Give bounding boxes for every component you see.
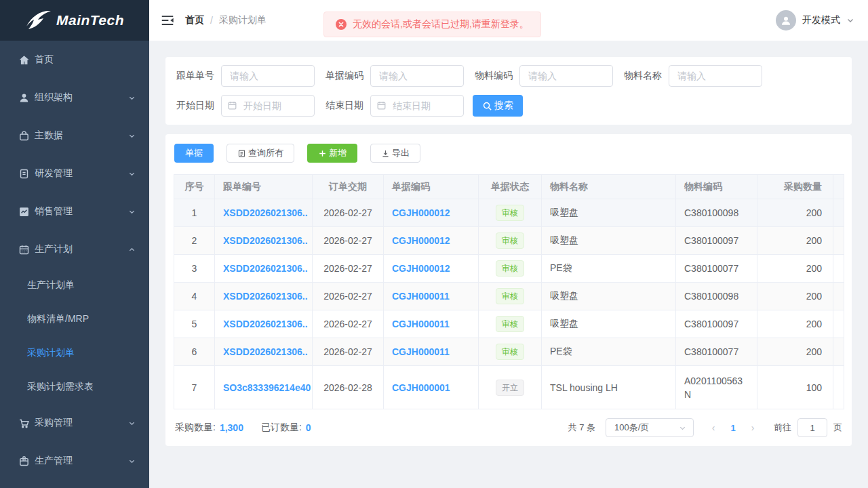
ordered-qty-value: 0 <box>306 422 311 433</box>
status-badge: 审核 <box>496 344 524 360</box>
table-footer: 采购数量: 1,300 已订数量: 0 共 7 条 100条/页 ‹ <box>174 409 844 446</box>
prev-page-icon[interactable]: ‹ <box>703 422 724 433</box>
sidebar-fold-icon[interactable] <box>160 13 175 28</box>
field-order-no: 跟单单号 <box>174 65 315 87</box>
col-qty: 采购数量 <box>757 175 833 199</box>
col-due-date: 订单交期 <box>313 175 384 199</box>
sidebar-subitem-production-plan-order[interactable]: 生产计划单 <box>0 268 149 302</box>
brand-logo: MainTech <box>0 0 149 41</box>
field-label: 跟单单号 <box>174 70 221 82</box>
breadcrumb-home[interactable]: 首页 <box>185 14 204 26</box>
sidebar-item-rd-management[interactable]: 研发管理 <box>0 155 149 192</box>
chevron-down-icon <box>128 132 136 140</box>
pagination: 共 7 条 100条/页 ‹ 1 › 前往 <box>568 418 842 437</box>
sidebar-item-master-data[interactable]: 主数据 <box>0 117 149 155</box>
sidebar-item-purchase-management[interactable]: 采购管理 <box>0 404 149 442</box>
error-circle-icon <box>336 19 347 30</box>
user-menu[interactable]: 开发模式 <box>776 10 854 30</box>
sidebar-item-home[interactable]: 首页 <box>0 41 149 79</box>
order-no-link[interactable]: SO3c833396214e40 <box>223 382 311 393</box>
query-all-button[interactable]: 查询所有 <box>226 144 294 163</box>
sidebar-item-label: 生产计划 <box>35 243 73 256</box>
order-no-link[interactable]: XSDD2026021306.. <box>223 207 308 218</box>
doc-no-link[interactable]: CGJH000001 <box>392 382 450 393</box>
table-row[interactable]: 6 XSDD2026021306.. 2026-02-27 CGJH000011… <box>174 338 844 366</box>
col-filler <box>833 175 844 199</box>
chart-icon <box>18 206 30 218</box>
purchase-qty-label: 采购数量: <box>175 422 216 434</box>
sidebar-item-sales-management[interactable]: 销售管理 <box>0 192 149 230</box>
doc-no-link[interactable]: CGJH000012 <box>392 207 450 218</box>
order-no-link[interactable]: XSDD2026021306.. <box>223 319 308 329</box>
document-icon <box>237 149 246 158</box>
table-row[interactable]: 3 XSDD2026021306.. 2026-02-27 CGJH000012… <box>174 255 844 283</box>
sidebar-item-label: 销售管理 <box>35 205 73 218</box>
col-material-name: 物料名称 <box>542 175 676 199</box>
status-badge: 审核 <box>496 316 524 332</box>
col-material-code: 物料编码 <box>676 175 757 199</box>
status-badge: 审核 <box>496 205 524 221</box>
purchase-plan-table: 序号 跟单编号 订单交期 单据编码 单据状态 物料名称 物料编码 采购数量 <box>174 174 844 409</box>
download-icon <box>381 149 390 158</box>
main-area: 首页 / 采购计划单 无效的会话,或者会话已过期,请重新登录。 开发模式 <box>149 0 868 488</box>
sidebar-item-label: 研发管理 <box>35 167 73 180</box>
page-unit-label: 页 <box>833 422 842 434</box>
calendar-icon <box>227 100 237 110</box>
order-no-link[interactable]: XSDD2026021306.. <box>223 291 308 302</box>
page-size-select[interactable]: 100条/页 <box>606 418 694 437</box>
doc-no-link[interactable]: CGJH000011 <box>392 319 450 329</box>
filler-cell <box>833 310 844 338</box>
topbar: 首页 / 采购计划单 无效的会话,或者会话已过期,请重新登录。 开发模式 <box>149 0 868 41</box>
table-row[interactable]: 1 XSDD2026021306.. 2026-02-27 CGJH000012… <box>174 199 844 227</box>
order-no-link[interactable]: XSDD2026021306.. <box>223 235 308 246</box>
field-label: 开始日期 <box>174 100 221 112</box>
order-no-link[interactable]: XSDD2026021306.. <box>223 346 308 357</box>
status-badge: 开立 <box>496 380 524 396</box>
pagination-total: 共 7 条 <box>568 422 595 434</box>
chevron-down-icon <box>679 424 686 432</box>
table-row[interactable]: 7 SO3c833396214e40 2026-02-28 CGJH000001… <box>174 366 844 409</box>
filler-cell <box>833 227 844 255</box>
search-panel: 跟单单号 单据编码 物料编码 物料名称 <box>165 57 852 125</box>
sidebar-item-label: 生产管理 <box>35 455 73 467</box>
export-button[interactable]: 导出 <box>370 144 420 163</box>
goto-page-input[interactable] <box>797 418 827 437</box>
page-number[interactable]: 1 <box>724 423 743 433</box>
doc-no-link[interactable]: CGJH000012 <box>392 235 450 246</box>
search-button[interactable]: 搜索 <box>473 95 523 117</box>
material-name-input[interactable] <box>669 65 762 87</box>
table-panel: 单据 查询所有 新增 导出 <box>165 134 852 446</box>
sidebar-subitem-purchase-plan-order[interactable]: 采购计划单 <box>0 336 149 370</box>
bill-button[interactable]: 单据 <box>174 144 214 163</box>
sidebar-item-production-plan[interactable]: 生产计划 <box>0 230 149 268</box>
user-mode-label: 开发模式 <box>802 14 840 26</box>
next-page-icon[interactable]: › <box>743 422 763 433</box>
sidebar-subitem-bom-mrp[interactable]: 物料清单/MRP <box>0 302 149 336</box>
table-row[interactable]: 5 XSDD2026021306.. 2026-02-27 CGJH000011… <box>174 310 844 338</box>
field-doc-code: 单据编码 <box>323 65 464 87</box>
sidebar-item-production-management[interactable]: 生产管理 <box>0 442 149 480</box>
col-doc-no: 单据编码 <box>384 175 479 199</box>
bag-icon <box>18 130 30 142</box>
order-no-link[interactable]: XSDD2026021306.. <box>223 263 308 274</box>
filler-cell <box>833 338 844 366</box>
ordered-qty-label: 已订数量: <box>261 422 302 434</box>
table-row[interactable]: 2 XSDD2026021306.. 2026-02-27 CGJH000012… <box>174 227 844 255</box>
table-toolbar: 单据 查询所有 新增 导出 <box>174 144 844 163</box>
doc-no-link[interactable]: CGJH000012 <box>392 263 450 274</box>
chevron-down-icon <box>846 16 854 24</box>
field-label: 物料名称 <box>621 70 669 82</box>
sidebar-item-organization[interactable]: 组织架构 <box>0 79 149 117</box>
add-button[interactable]: 新增 <box>307 144 357 163</box>
table-row[interactable]: 4 XSDD2026021306.. 2026-02-27 CGJH000011… <box>174 283 844 310</box>
alert-message: 无效的会话,或者会话已过期,请重新登录。 <box>353 18 529 30</box>
doc-no-link[interactable]: CGJH000011 <box>392 346 450 357</box>
avatar <box>776 10 796 30</box>
doc-no-link[interactable]: CGJH000011 <box>392 291 450 302</box>
plus-icon <box>318 149 327 158</box>
sidebar-item-label: 采购管理 <box>35 417 73 429</box>
sidebar-subitem-purchase-plan-demand[interactable]: 采购计划需求表 <box>0 370 149 404</box>
doc-code-input[interactable] <box>370 65 464 87</box>
order-no-input[interactable] <box>221 65 315 87</box>
material-code-input[interactable] <box>519 65 613 87</box>
